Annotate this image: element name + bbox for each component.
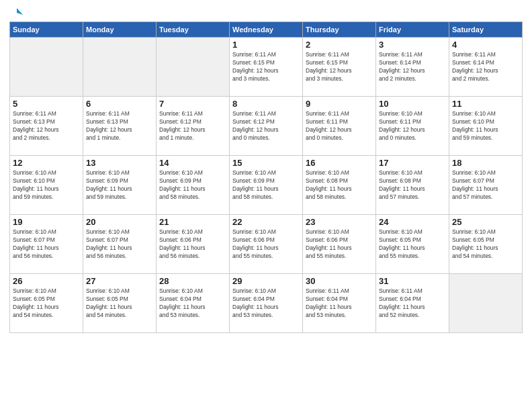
- day-cell: [157, 38, 230, 97]
- day-number: 2: [306, 40, 373, 50]
- day-info: Sunrise: 6:10 AMSunset: 6:08 PMDaylight:…: [306, 169, 373, 201]
- day-number: 10: [379, 99, 446, 109]
- day-number: 8: [232, 99, 300, 109]
- day-cell: [10, 38, 83, 97]
- day-cell: [83, 38, 157, 97]
- weekday-header-sunday: Sunday: [10, 22, 83, 38]
- weekday-header-monday: Monday: [83, 22, 157, 38]
- day-number: 31: [379, 276, 446, 286]
- day-info: Sunrise: 6:11 AMSunset: 6:13 PMDaylight:…: [86, 110, 153, 142]
- day-number: 11: [452, 99, 519, 109]
- header: [9, 7, 523, 16]
- day-number: 25: [452, 217, 519, 227]
- day-info: Sunrise: 6:11 AMSunset: 6:04 PMDaylight:…: [306, 287, 373, 320]
- day-info: Sunrise: 6:10 AMSunset: 6:06 PMDaylight:…: [306, 228, 373, 261]
- day-info: Sunrise: 6:10 AMSunset: 6:07 PMDaylight:…: [452, 169, 519, 201]
- day-cell: 10Sunrise: 6:10 AMSunset: 6:11 PMDayligh…: [376, 97, 449, 156]
- day-number: 14: [159, 158, 226, 168]
- day-number: 20: [86, 217, 153, 227]
- day-number: 22: [232, 217, 300, 227]
- day-info: Sunrise: 6:11 AMSunset: 6:14 PMDaylight:…: [379, 51, 446, 83]
- day-number: 27: [86, 276, 153, 286]
- day-cell: 28Sunrise: 6:10 AMSunset: 6:04 PMDayligh…: [157, 274, 230, 333]
- day-cell: 25Sunrise: 6:10 AMSunset: 6:05 PMDayligh…: [449, 215, 523, 274]
- day-number: 15: [232, 158, 300, 168]
- day-info: Sunrise: 6:10 AMSunset: 6:06 PMDaylight:…: [232, 228, 300, 261]
- day-cell: 24Sunrise: 6:10 AMSunset: 6:05 PMDayligh…: [376, 215, 449, 274]
- weekday-header-tuesday: Tuesday: [157, 22, 230, 38]
- day-number: 6: [86, 99, 153, 109]
- day-number: 18: [452, 158, 519, 168]
- week-row-4: 19Sunrise: 6:10 AMSunset: 6:07 PMDayligh…: [10, 215, 523, 274]
- day-info: Sunrise: 6:10 AMSunset: 6:10 PMDaylight:…: [13, 169, 80, 201]
- day-number: 23: [306, 217, 373, 227]
- day-number: 1: [232, 40, 300, 50]
- week-row-1: 1Sunrise: 6:11 AMSunset: 6:15 PMDaylight…: [10, 38, 523, 97]
- day-info: Sunrise: 6:10 AMSunset: 6:05 PMDaylight:…: [379, 228, 446, 261]
- day-cell: 21Sunrise: 6:10 AMSunset: 6:06 PMDayligh…: [157, 215, 230, 274]
- day-info: Sunrise: 6:10 AMSunset: 6:09 PMDaylight:…: [159, 169, 226, 201]
- day-info: Sunrise: 6:11 AMSunset: 6:04 PMDaylight:…: [379, 287, 446, 320]
- day-cell: 30Sunrise: 6:11 AMSunset: 6:04 PMDayligh…: [303, 274, 376, 333]
- day-cell: 29Sunrise: 6:10 AMSunset: 6:04 PMDayligh…: [230, 274, 303, 333]
- day-cell: 23Sunrise: 6:10 AMSunset: 6:06 PMDayligh…: [303, 215, 376, 274]
- week-row-5: 26Sunrise: 6:10 AMSunset: 6:05 PMDayligh…: [10, 274, 523, 333]
- weekday-header-wednesday: Wednesday: [230, 22, 303, 38]
- day-info: Sunrise: 6:10 AMSunset: 6:06 PMDaylight:…: [159, 228, 226, 261]
- day-number: 21: [159, 217, 226, 227]
- day-number: 12: [13, 158, 80, 168]
- day-cell: 3Sunrise: 6:11 AMSunset: 6:14 PMDaylight…: [376, 38, 449, 97]
- day-info: Sunrise: 6:10 AMSunset: 6:09 PMDaylight:…: [232, 169, 300, 201]
- week-row-2: 5Sunrise: 6:11 AMSunset: 6:13 PMDaylight…: [10, 97, 523, 156]
- day-info: Sunrise: 6:10 AMSunset: 6:11 PMDaylight:…: [379, 110, 446, 142]
- day-cell: 5Sunrise: 6:11 AMSunset: 6:13 PMDaylight…: [10, 97, 83, 156]
- day-number: 4: [452, 40, 519, 50]
- day-number: 7: [159, 99, 226, 109]
- day-number: 5: [13, 99, 80, 109]
- day-info: Sunrise: 6:10 AMSunset: 6:05 PMDaylight:…: [86, 287, 153, 320]
- day-cell: 13Sunrise: 6:10 AMSunset: 6:09 PMDayligh…: [83, 156, 157, 215]
- day-number: 26: [13, 276, 80, 286]
- day-number: 24: [379, 217, 446, 227]
- day-info: Sunrise: 6:10 AMSunset: 6:08 PMDaylight:…: [379, 169, 446, 201]
- day-cell: 11Sunrise: 6:10 AMSunset: 6:10 PMDayligh…: [449, 97, 523, 156]
- calendar-table: SundayMondayTuesdayWednesdayThursdayFrid…: [9, 21, 523, 333]
- day-cell: 27Sunrise: 6:10 AMSunset: 6:05 PMDayligh…: [83, 274, 157, 333]
- day-info: Sunrise: 6:10 AMSunset: 6:04 PMDaylight:…: [232, 287, 300, 320]
- weekday-header-friday: Friday: [376, 22, 449, 38]
- day-number: 9: [306, 99, 373, 109]
- day-number: 16: [306, 158, 373, 168]
- day-cell: 1Sunrise: 6:11 AMSunset: 6:15 PMDaylight…: [230, 38, 303, 97]
- day-cell: 18Sunrise: 6:10 AMSunset: 6:07 PMDayligh…: [449, 156, 523, 215]
- day-number: 3: [379, 40, 446, 50]
- day-info: Sunrise: 6:10 AMSunset: 6:04 PMDaylight:…: [159, 287, 226, 320]
- day-cell: 14Sunrise: 6:10 AMSunset: 6:09 PMDayligh…: [157, 156, 230, 215]
- day-cell: 20Sunrise: 6:10 AMSunset: 6:07 PMDayligh…: [83, 215, 157, 274]
- weekday-header-saturday: Saturday: [449, 22, 523, 38]
- day-info: Sunrise: 6:11 AMSunset: 6:12 PMDaylight:…: [232, 110, 300, 142]
- day-info: Sunrise: 6:10 AMSunset: 6:09 PMDaylight:…: [86, 169, 153, 201]
- day-cell: 8Sunrise: 6:11 AMSunset: 6:12 PMDaylight…: [230, 97, 303, 156]
- day-cell: 26Sunrise: 6:10 AMSunset: 6:05 PMDayligh…: [10, 274, 83, 333]
- day-cell: 19Sunrise: 6:10 AMSunset: 6:07 PMDayligh…: [10, 215, 83, 274]
- day-cell: 16Sunrise: 6:10 AMSunset: 6:08 PMDayligh…: [303, 156, 376, 215]
- day-info: Sunrise: 6:10 AMSunset: 6:07 PMDaylight:…: [86, 228, 153, 261]
- day-cell: 22Sunrise: 6:10 AMSunset: 6:06 PMDayligh…: [230, 215, 303, 274]
- day-info: Sunrise: 6:11 AMSunset: 6:13 PMDaylight:…: [13, 110, 80, 142]
- logo-bird-icon: [11, 7, 23, 19]
- day-info: Sunrise: 6:10 AMSunset: 6:05 PMDaylight:…: [13, 287, 80, 320]
- day-info: Sunrise: 6:10 AMSunset: 6:05 PMDaylight:…: [452, 228, 519, 261]
- day-info: Sunrise: 6:11 AMSunset: 6:15 PMDaylight:…: [306, 51, 373, 83]
- day-info: Sunrise: 6:10 AMSunset: 6:10 PMDaylight:…: [452, 110, 519, 142]
- day-cell: 17Sunrise: 6:10 AMSunset: 6:08 PMDayligh…: [376, 156, 449, 215]
- day-number: 29: [232, 276, 300, 286]
- logo: [9, 7, 23, 16]
- day-cell: 2Sunrise: 6:11 AMSunset: 6:15 PMDaylight…: [303, 38, 376, 97]
- day-info: Sunrise: 6:10 AMSunset: 6:07 PMDaylight:…: [13, 228, 80, 261]
- day-cell: 15Sunrise: 6:10 AMSunset: 6:09 PMDayligh…: [230, 156, 303, 215]
- week-row-3: 12Sunrise: 6:10 AMSunset: 6:10 PMDayligh…: [10, 156, 523, 215]
- day-cell: 4Sunrise: 6:11 AMSunset: 6:14 PMDaylight…: [449, 38, 523, 97]
- page: SundayMondayTuesdayWednesdayThursdayFrid…: [0, 0, 532, 411]
- day-cell: [449, 274, 523, 333]
- day-info: Sunrise: 6:11 AMSunset: 6:14 PMDaylight:…: [452, 51, 519, 83]
